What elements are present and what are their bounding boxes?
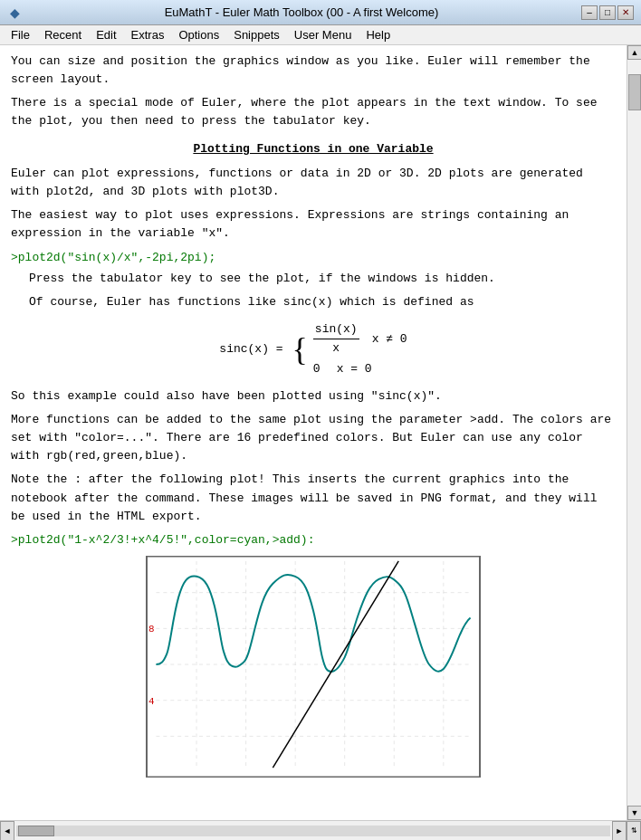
hscroll-left-button[interactable]: ◄ [0, 821, 14, 841]
paragraph-2: There is a special mode of Euler, where … [11, 94, 616, 130]
case-row-1: sin(x) x x ≠ 0 [313, 320, 407, 357]
fraction-denominator: x [330, 339, 341, 358]
menu-help[interactable]: Help [359, 26, 397, 43]
scroll-up-button[interactable]: ▲ [627, 45, 641, 60]
svg-text:0.4: 0.4 [147, 696, 154, 707]
main-container: You can size and position the graphics w… [0, 45, 641, 820]
paragraph-3: Euler can plot expressions, functions or… [11, 165, 616, 201]
menu-snippets[interactable]: Snippets [226, 26, 287, 43]
plot-container: 0.8 0.4 [146, 556, 481, 778]
paragraph-6: Of course, Euler has functions like sinc… [29, 293, 616, 311]
brace-container: { sin(x) x x ≠ 0 0 x = 0 [292, 320, 407, 378]
content-area[interactable]: You can size and position the graphics w… [0, 45, 627, 820]
menu-file[interactable]: File [4, 26, 37, 43]
code-block-2: >plot2d("1-x^2/3!+x^4/5!",color=cyan,>ad… [11, 531, 616, 549]
menu-options[interactable]: Options [171, 26, 226, 43]
menu-bar: File Recent Edit Extras Options Snippets… [0, 25, 641, 45]
scroll-corner: ⇅ [627, 821, 641, 841]
code-block-1: >plot2d("sin(x)/x",-2pi,2pi); [11, 249, 616, 267]
window-title: EuMathT - Euler Math Toolbox (00 - A fir… [22, 5, 581, 19]
fraction-sinx-x: sin(x) x [313, 320, 359, 357]
svg-text:0.8: 0.8 [147, 625, 154, 635]
plot-svg: 0.8 0.4 [147, 557, 480, 777]
paragraph-5: Press the tabulator key to see the plot,… [29, 270, 616, 288]
hscroll-track[interactable] [16, 826, 610, 836]
menu-extras[interactable]: Extras [124, 26, 172, 43]
paragraph-8: More functions can be added to the same … [11, 411, 616, 465]
left-brace: { [292, 333, 308, 366]
paragraph-9: Note the : after the following plot! Thi… [11, 471, 616, 525]
condition-2: x = 0 [337, 360, 372, 378]
bottom-bar: ◄ ► ⇅ [0, 820, 641, 840]
vertical-scrollbar[interactable]: ▲ ▼ [627, 45, 641, 820]
svg-rect-0 [148, 557, 480, 777]
scroll-thumb[interactable] [628, 74, 641, 110]
hscroll-right-button[interactable]: ► [612, 821, 627, 841]
title-bar: ◆ EuMathT - Euler Math Toolbox (00 - A f… [0, 0, 641, 25]
paragraph-4: The easiest way to plot uses expressions… [11, 206, 616, 243]
case2-value: 0 [313, 360, 320, 378]
menu-usermenu[interactable]: User Menu [287, 26, 359, 43]
scroll-down-button[interactable]: ▼ [627, 806, 641, 820]
close-button[interactable]: ✕ [617, 5, 634, 20]
paragraph-7: So this example could also have been plo… [11, 387, 616, 406]
section-heading-1: Plotting Functions in one Variable [11, 140, 616, 158]
window-controls: – □ ✕ [581, 5, 634, 20]
minimize-button[interactable]: – [581, 5, 598, 20]
paragraph-1: You can size and position the graphics w… [11, 52, 616, 89]
math-label: sinc(x) = [219, 340, 282, 358]
condition-1: x ≠ 0 [372, 330, 407, 348]
app-icon: ◆ [7, 5, 22, 20]
fraction-numerator: sin(x) [313, 320, 359, 339]
case-row-2: 0 x = 0 [313, 360, 407, 378]
cases-table: sin(x) x x ≠ 0 0 x = 0 [313, 320, 407, 378]
menu-edit[interactable]: Edit [89, 26, 123, 43]
menu-recent[interactable]: Recent [37, 26, 89, 43]
maximize-button[interactable]: □ [599, 5, 616, 20]
hscroll-thumb[interactable] [18, 826, 54, 836]
math-formula: sinc(x) = { sin(x) x x ≠ 0 0 x = 0 [11, 320, 616, 378]
